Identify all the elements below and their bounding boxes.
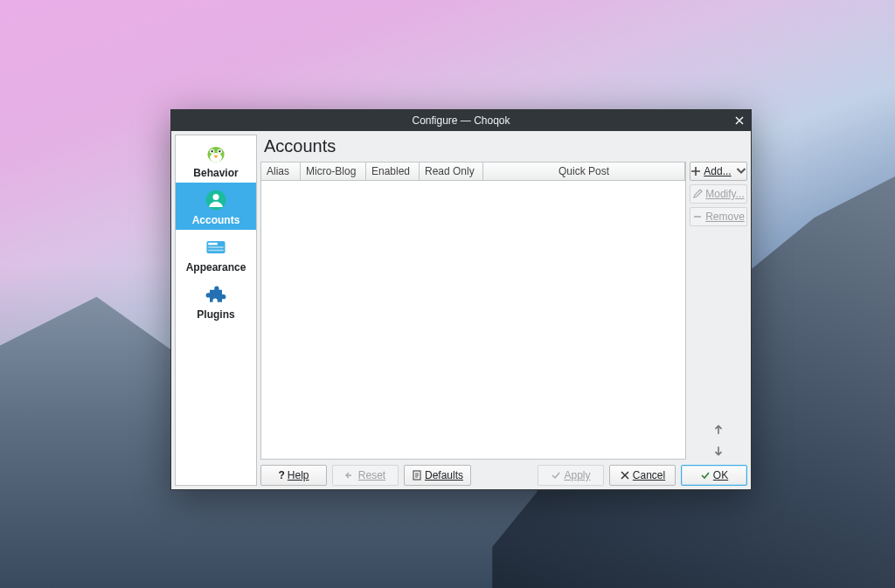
arrow-down-icon [712, 445, 725, 457]
table-body-empty [261, 181, 685, 459]
puzzle-icon [204, 282, 228, 307]
svg-point-7 [213, 194, 219, 200]
titlebar[interactable]: Configure — Choqok [171, 110, 751, 131]
sidebar-item-label: Accounts [192, 214, 240, 226]
sidebar-item-appearance[interactable]: Appearance [176, 230, 256, 277]
cancel-button[interactable]: Cancel [609, 465, 676, 486]
page-title: Accounts [260, 135, 747, 162]
help-button[interactable]: ? Help [260, 465, 327, 486]
svg-rect-11 [208, 250, 224, 252]
desktop: Configure — Choqok Behavior Account [0, 0, 895, 588]
svg-point-5 [219, 150, 220, 152]
close-icon [734, 115, 745, 126]
undo-icon [345, 470, 356, 481]
question-icon: ? [278, 469, 284, 481]
pencil-icon [692, 189, 703, 199]
configure-dialog: Configure — Choqok Behavior Account [170, 109, 752, 490]
ok-label: OK [713, 469, 728, 481]
arrow-up-icon [712, 424, 725, 436]
column-alias[interactable]: Alias [261, 163, 301, 180]
apply-label: Apply [564, 469, 590, 481]
main-pane: Accounts Alias Micro-Blog Enabled Read O… [260, 135, 747, 486]
sidebar-item-label: Behavior [193, 167, 238, 179]
cancel-label: Cancel [633, 469, 665, 481]
window-title: Configure — Choqok [412, 114, 510, 127]
user-icon [204, 188, 228, 212]
sidebar-item-plugins[interactable]: Plugins [176, 277, 256, 324]
document-icon [412, 470, 422, 481]
help-label: Help [288, 469, 309, 481]
defaults-label: Defaults [425, 469, 463, 481]
move-down-button[interactable] [708, 442, 729, 460]
account-action-buttons: Add... Modify... Remove [690, 162, 747, 460]
defaults-button[interactable]: Defaults [404, 465, 471, 486]
table-header: Alias Micro-Blog Enabled Read Only Quick… [261, 163, 685, 181]
modify-label: Modify... [705, 188, 744, 200]
chevron-down-icon [736, 166, 746, 176]
add-account-button[interactable]: Add... [690, 162, 747, 181]
svg-rect-9 [208, 243, 218, 246]
reset-button: Reset [332, 465, 399, 486]
check-icon [551, 470, 561, 481]
window-close-button[interactable] [732, 113, 747, 128]
x-icon [620, 470, 630, 481]
sidebar-item-accounts[interactable]: Accounts [176, 183, 256, 230]
svg-rect-10 [208, 246, 224, 248]
modify-account-button: Modify... [690, 184, 747, 204]
apply-button: Apply [538, 465, 604, 486]
svg-point-4 [211, 150, 212, 152]
minus-icon [692, 211, 703, 222]
sidebar-item-label: Appearance [186, 261, 246, 273]
remove-account-button: Remove [690, 207, 747, 226]
column-microblog[interactable]: Micro-Blog [301, 163, 366, 180]
reset-label: Reset [358, 469, 385, 481]
column-enabled[interactable]: Enabled [366, 163, 420, 180]
sidebar-item-behavior[interactable]: Behavior [176, 135, 256, 183]
bird-icon [204, 141, 228, 165]
column-quickpost[interactable]: Quick Post [483, 163, 685, 180]
check-icon [700, 470, 711, 481]
accounts-table[interactable]: Alias Micro-Blog Enabled Read Only Quick… [260, 162, 686, 460]
sidebar-item-label: Plugins [197, 308, 234, 321]
appearance-icon [204, 235, 228, 259]
category-sidebar: Behavior Accounts Appearance [175, 135, 257, 486]
ok-button[interactable]: OK [681, 465, 747, 486]
move-up-button[interactable] [708, 421, 729, 439]
plus-icon [690, 166, 701, 176]
remove-label: Remove [705, 211, 745, 223]
dialog-footer: ? Help Reset Defaults Apply [260, 460, 747, 486]
column-readonly[interactable]: Read Only [420, 163, 483, 180]
add-label: Add... [704, 165, 731, 177]
